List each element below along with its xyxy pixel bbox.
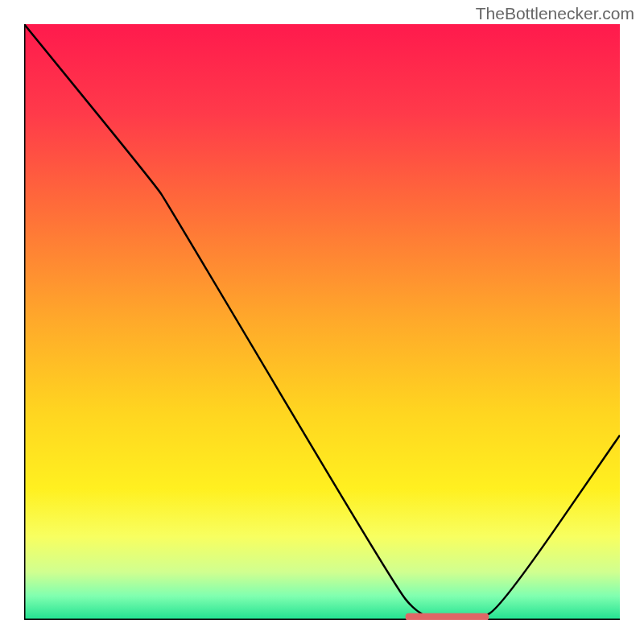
chart-svg xyxy=(24,24,620,620)
optimal-range-marker xyxy=(406,613,489,620)
chart-area xyxy=(24,24,620,620)
chart-background xyxy=(24,24,620,620)
watermark-text: TheBottlenecker.com xyxy=(476,4,634,23)
